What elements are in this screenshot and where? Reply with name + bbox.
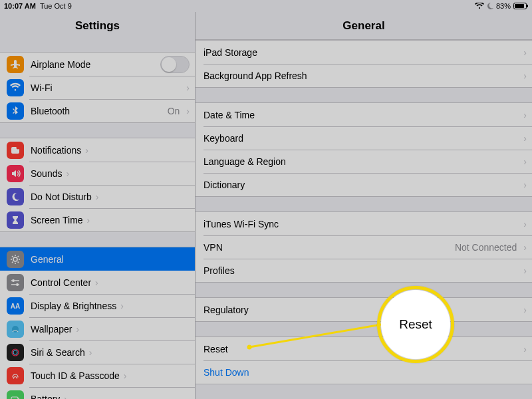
chevron-right-icon: › (76, 325, 80, 334)
detail-item-background-app-refresh[interactable]: Background App Refresh › (196, 64, 532, 87)
bluetooth-value: On (168, 106, 183, 116)
chevron-right-icon: › (124, 371, 127, 380)
sidebar-item-airplane-mode[interactable]: Airplane Mode (0, 53, 195, 76)
bluetooth-icon (7, 102, 24, 120)
chevron-right-icon: › (523, 48, 527, 57)
sidebar-item-screen-time[interactable]: Screen Time › (0, 208, 195, 231)
sidebar-item-general[interactable]: General (0, 247, 195, 271)
sidebar-item-bluetooth[interactable]: Bluetooth On › (0, 99, 195, 122)
chevron-right-icon: › (523, 243, 527, 252)
chevron-right-icon: › (186, 106, 190, 116)
status-time: 10:07 AM (4, 2, 36, 10)
detail-item-regulatory[interactable]: Regulatory › (196, 298, 532, 321)
detail-item-ipad-storage[interactable]: iPad Storage › (196, 41, 532, 64)
sidebar-item-siri-search[interactable]: Siri & Search › (0, 340, 195, 364)
settings-sidebar: Settings Airplane Mode Wi-Fi › (0, 12, 196, 399)
detail-item-dictionary[interactable]: Dictionary › (196, 173, 532, 196)
status-date: Tue Oct 9 (40, 2, 72, 10)
svg-text:AA: AA (11, 303, 20, 310)
chevron-right-icon: › (85, 146, 88, 155)
svg-rect-1 (515, 4, 524, 8)
battery-icon (513, 3, 528, 9)
detail-item-shut-down[interactable]: Shut Down (196, 360, 532, 384)
siri-icon (7, 344, 24, 361)
detail-item-date-time[interactable]: Date & Time › (196, 103, 532, 126)
svg-rect-12 (11, 397, 18, 400)
svg-point-7 (16, 283, 19, 286)
chevron-right-icon: › (523, 71, 527, 80)
detail-item-reset[interactable]: Reset › (196, 337, 532, 360)
sidebar-item-wallpaper[interactable]: Wallpaper › (0, 317, 195, 340)
chevron-right-icon: › (523, 305, 527, 315)
sidebar-item-sounds[interactable]: Sounds › (0, 162, 195, 185)
chevron-right-icon: › (523, 219, 527, 229)
sidebar-item-notifications[interactable]: Notifications › (0, 138, 195, 162)
sidebar-item-control-center[interactable]: Control Center › (0, 271, 195, 294)
detail-item-itunes-wifi-sync[interactable]: iTunes Wi-Fi Sync › (196, 212, 532, 235)
sidebar-item-wifi[interactable]: Wi-Fi › (0, 76, 195, 99)
notifications-icon (7, 142, 24, 159)
sidebar-title: Settings (0, 12, 195, 40)
svg-point-5 (13, 257, 17, 261)
general-detail: General iPad Storage › Background App Re… (196, 12, 532, 399)
battery-percent: 83% (496, 2, 511, 10)
wifi-icon (475, 3, 484, 9)
chevron-right-icon: › (523, 180, 527, 190)
detail-item-keyboard[interactable]: Keyboard › (196, 126, 532, 150)
chevron-right-icon: › (64, 394, 67, 400)
chevron-right-icon: › (95, 278, 98, 287)
sidebar-item-battery[interactable]: Battery › (0, 387, 195, 399)
battery-icon (7, 390, 24, 400)
display-icon: AA (7, 297, 24, 315)
chevron-right-icon: › (523, 134, 527, 143)
chevron-right-icon: › (186, 83, 190, 92)
gear-icon (7, 251, 24, 268)
fingerprint-icon (7, 367, 24, 384)
chevron-right-icon: › (96, 192, 99, 201)
vpn-value: Not Connected (455, 242, 519, 253)
airplane-icon (7, 56, 24, 73)
chevron-right-icon: › (120, 301, 124, 311)
wifi-icon (7, 79, 24, 96)
detail-item-language-region[interactable]: Language & Region › (196, 150, 532, 173)
chevron-right-icon: › (523, 157, 527, 166)
detail-item-vpn[interactable]: VPN Not Connected › (196, 235, 532, 259)
chevron-right-icon: › (523, 344, 527, 354)
svg-rect-2 (527, 5, 528, 7)
chevron-right-icon: › (87, 215, 90, 225)
chevron-right-icon: › (523, 266, 527, 275)
detail-item-profiles[interactable]: Profiles › (196, 259, 532, 282)
sidebar-item-display-brightness[interactable]: AA Display & Brightness › (0, 294, 195, 317)
hourglass-icon (7, 211, 24, 229)
svg-point-6 (12, 279, 15, 282)
airplane-toggle[interactable] (160, 56, 190, 73)
moon-icon (7, 188, 24, 205)
moon-icon (487, 3, 493, 9)
svg-point-4 (17, 146, 20, 149)
sidebar-item-touch-id-passcode[interactable]: Touch ID & Passcode › (0, 364, 195, 387)
chevron-right-icon: › (523, 110, 527, 120)
chevron-right-icon: › (66, 169, 69, 178)
chevron-right-icon: › (89, 348, 92, 357)
status-bar: 10:07 AM Tue Oct 9 83% (0, 0, 532, 12)
sidebar-item-do-not-disturb[interactable]: Do Not Disturb › (0, 185, 195, 208)
svg-point-11 (13, 350, 17, 354)
wallpaper-icon (7, 321, 24, 338)
sounds-icon (7, 165, 24, 182)
sliders-icon (7, 274, 24, 291)
